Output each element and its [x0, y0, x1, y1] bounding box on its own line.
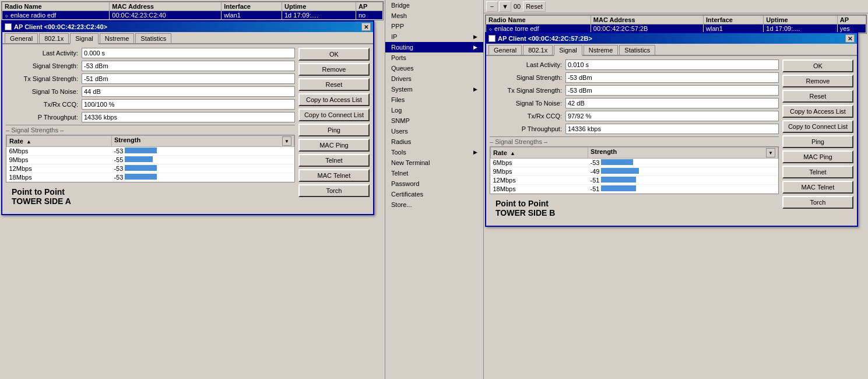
- tab-8021x-right[interactable]: 802.1x: [523, 45, 553, 55]
- left-tx-signal-input[interactable]: [82, 73, 295, 84]
- tab-statistics-right[interactable]: Statistics: [619, 45, 655, 55]
- menu-item-routing[interactable]: Routing▶: [385, 42, 483, 52]
- menu-item-users[interactable]: Users: [385, 126, 483, 136]
- left-dialog: AP Client <00:0C:42:23:C2:40> ✕ General …: [1, 20, 374, 215]
- left-txrx-input[interactable]: [82, 99, 295, 110]
- right-signal-section: – Signal Strengths – Rate ▲: [490, 136, 779, 194]
- filter-icon: ▼: [502, 3, 508, 10]
- right-signal-noise-input[interactable]: [565, 98, 779, 108]
- right-last-activity-input[interactable]: [565, 59, 779, 70]
- right-dialog-close[interactable]: ✕: [845, 34, 855, 43]
- left-throughput-input[interactable]: [82, 112, 295, 122]
- left-telnet-btn[interactable]: Telnet: [298, 154, 370, 167]
- count-label: 00: [514, 3, 521, 10]
- menu-item-ip[interactable]: IP▶: [385, 31, 483, 42]
- right-mac-telnet-btn[interactable]: MAC Telnet: [782, 181, 853, 194]
- dialog-icon-left: [5, 23, 12, 30]
- left-ok-btn[interactable]: OK: [298, 48, 370, 61]
- right-last-activity-label: Last Activity:: [490, 61, 565, 68]
- right-bottom-line1: Point to Point: [496, 199, 773, 208]
- right-copy-connect-btn[interactable]: Copy to Connect List: [782, 120, 853, 133]
- tab-signal-right[interactable]: Signal: [554, 45, 582, 56]
- left-dialog-close[interactable]: ✕: [361, 23, 371, 31]
- menu-item-ppp[interactable]: PPP: [385, 21, 483, 31]
- left-dropdown-btn[interactable]: ▼: [282, 136, 291, 146]
- left-reset-btn[interactable]: Reset: [298, 78, 370, 91]
- right-signal-strength-input[interactable]: [565, 72, 779, 83]
- left-last-activity-input[interactable]: [82, 48, 295, 58]
- right-reset-btn[interactable]: Reset: [782, 90, 853, 103]
- right-signal-section-label: – Signal Strengths –: [490, 138, 779, 145]
- left-rate-header[interactable]: Rate ▲: [7, 136, 112, 147]
- right-tx-signal-input[interactable]: [565, 85, 779, 96]
- menu-item-ports[interactable]: Ports: [385, 52, 483, 63]
- left-signal-noise-input[interactable]: [82, 86, 295, 97]
- reset-button[interactable]: Reset: [523, 1, 546, 12]
- left-mac-ping-btn[interactable]: MAC Ping: [298, 139, 370, 152]
- left-ping-btn[interactable]: Ping: [298, 124, 370, 136]
- left-copy-connect-btn[interactable]: Copy to Connect List: [298, 108, 370, 121]
- menu-item-telnet[interactable]: Telnet: [385, 168, 483, 178]
- left-strength-header[interactable]: Strength ▼: [111, 136, 294, 147]
- right-mac-ping-btn[interactable]: MAC Ping: [782, 150, 853, 163]
- filter-button[interactable]: ▼: [499, 1, 511, 12]
- menu-label: Store...: [391, 201, 412, 208]
- left-dialog-tabs: General 802.1x Signal Nstreme Statistics: [2, 32, 373, 44]
- right-panel: − ▼ 00 Reset Radio Name MAC Address Inte…: [484, 0, 868, 379]
- left-remove-btn[interactable]: Remove: [298, 63, 370, 76]
- menu-item-log[interactable]: Log: [385, 105, 483, 115]
- right-copy-access-btn[interactable]: Copy to Access List: [782, 105, 853, 118]
- right-signal-bar-1: [601, 168, 639, 174]
- right-ping-btn[interactable]: Ping: [782, 135, 853, 148]
- menu-item-mesh[interactable]: Mesh: [385, 10, 483, 21]
- right-strength-header[interactable]: Strength ▼: [588, 148, 778, 159]
- right-throughput-row: P Throughput:: [490, 124, 779, 134]
- tab-general-right[interactable]: General: [489, 45, 522, 55]
- left-mac-telnet-btn[interactable]: MAC Telnet: [298, 169, 370, 182]
- menu-item-radius[interactable]: Radius: [385, 136, 483, 147]
- right-txrx-row: Tx/Rx CCQ:: [490, 111, 779, 121]
- menu-item-system[interactable]: System▶: [385, 84, 483, 94]
- left-device-area: Radio Name MAC Address Interface Uptime …: [0, 0, 385, 22]
- left-signal-row: 12Mbps -53: [7, 164, 294, 173]
- left-signal-rate-0: 6Mbps: [7, 147, 112, 156]
- right-ok-btn[interactable]: OK: [782, 59, 853, 72]
- menu-item-files[interactable]: Files: [385, 94, 483, 105]
- menu-item-new-terminal[interactable]: New Terminal: [385, 157, 483, 168]
- menu-item-password[interactable]: Password: [385, 178, 483, 189]
- menu-item-certificates[interactable]: Certificates: [385, 189, 483, 199]
- right-telnet-btn[interactable]: Telnet: [782, 166, 853, 178]
- menu-item-snmp[interactable]: SNMP: [385, 115, 483, 126]
- menu-item-store...[interactable]: Store...: [385, 199, 483, 210]
- tab-statistics-left[interactable]: Statistics: [135, 33, 171, 43]
- tab-nstreme-right[interactable]: Nstreme: [584, 45, 619, 55]
- menu-item-tools[interactable]: Tools▶: [385, 147, 483, 157]
- menu-label: Routing: [391, 44, 413, 51]
- right-signal-strength-label: Signal Strength:: [490, 74, 565, 81]
- tab-nstreme-left[interactable]: Nstreme: [100, 33, 135, 43]
- tab-signal-left[interactable]: Signal: [70, 33, 99, 44]
- tab-8021x-left[interactable]: 802.1x: [39, 33, 69, 43]
- tab-general-left[interactable]: General: [5, 33, 38, 43]
- menu-item-queues[interactable]: Queues: [385, 63, 483, 73]
- right-txrx-input[interactable]: [565, 111, 779, 121]
- left-signal-row: 9Mbps -55: [7, 156, 294, 164]
- left-signal-strength-input[interactable]: [82, 61, 295, 71]
- menu-item-drivers[interactable]: Drivers: [385, 73, 483, 84]
- menu-label: PPP: [391, 23, 404, 30]
- right-remove-btn[interactable]: Remove: [782, 75, 853, 87]
- left-row-name: ⬦ enlace radio edf: [2, 11, 110, 20]
- right-throughput-input[interactable]: [565, 124, 779, 134]
- right-dropdown-btn[interactable]: ▼: [766, 148, 775, 157]
- right-rate-header[interactable]: Rate ▲: [491, 148, 588, 159]
- left-dialog-body: Last Activity: Signal Strength: Tx Signa…: [2, 44, 373, 214]
- left-torch-btn[interactable]: Torch: [298, 184, 370, 197]
- left-signal-strength-label: Signal Strength:: [6, 62, 82, 69]
- left-row-ap: no: [356, 11, 383, 20]
- menu-item-bridge[interactable]: Bridge: [385, 0, 483, 10]
- left-copy-access-btn[interactable]: Copy to Access List: [298, 93, 370, 106]
- right-signal-strength-1: -49: [588, 167, 778, 176]
- left-device-row[interactable]: ⬦ enlace radio edf 00:0C:42:23:C2:40 wla…: [2, 11, 383, 20]
- right-torch-btn[interactable]: Torch: [782, 196, 853, 209]
- minus-button[interactable]: −: [486, 1, 498, 12]
